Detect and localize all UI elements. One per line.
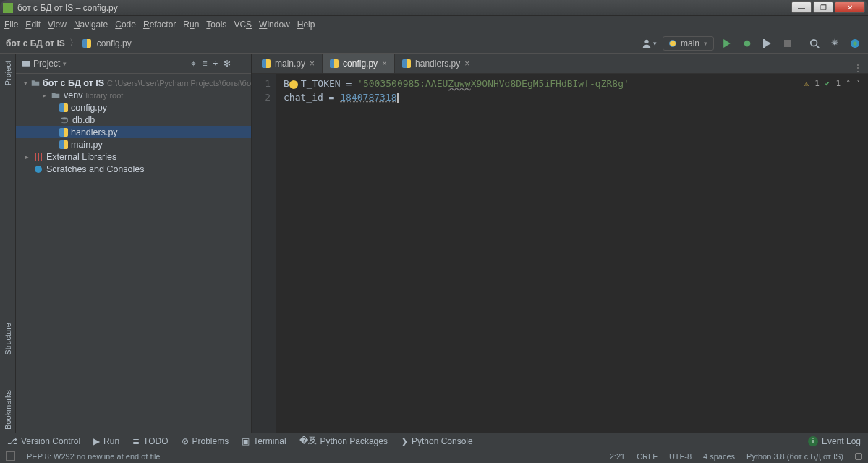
status-bar: PEP 8: W292 no newline at end of file 2:… <box>0 449 868 463</box>
terminal-tab[interactable]: ▣Terminal <box>242 436 286 446</box>
caret <box>397 93 399 103</box>
file-label: main.py <box>71 140 103 150</box>
menu-tools[interactable]: Tools <box>206 20 226 30</box>
package-icon: �及 <box>299 435 317 447</box>
tree-file-config[interactable]: config.py <box>16 101 251 114</box>
window-title: бот с БД от IS – config.py <box>17 3 865 13</box>
menu-help[interactable]: Help <box>297 20 315 30</box>
menu-run[interactable]: Run <box>183 20 199 30</box>
project-toolwindow-tab[interactable]: Project <box>2 58 14 88</box>
tree-file-main[interactable]: main.py <box>16 138 251 150</box>
settings-icon[interactable]: ✻ <box>224 59 231 69</box>
gutter[interactable]: 1 2 <box>252 74 276 433</box>
python-icon <box>669 40 676 47</box>
user-icon <box>642 38 652 48</box>
collapse-all-icon[interactable]: ÷ <box>213 59 218 69</box>
editor-body[interactable]: 1 2 BT_TOKEN = '5003500985:AAEUZuwwX9ONH… <box>252 74 868 433</box>
code-content[interactable]: BT_TOKEN = '5003500985:AAEUZuwwX9ONHVd8D… <box>276 74 868 433</box>
close-icon[interactable]: × <box>310 59 315 69</box>
problems-tab[interactable]: ⊘Problems <box>182 436 229 446</box>
version-control-tab[interactable]: ⎇Version Control <box>7 436 80 446</box>
chevron-down-icon[interactable]: ˅ <box>856 77 861 90</box>
tabs-more-button[interactable]: ⋮ <box>854 63 868 73</box>
toolbox-button[interactable] <box>848 36 862 51</box>
intention-bulb-icon[interactable] <box>289 80 298 89</box>
tab-handlers[interactable]: handlers.py × <box>395 54 477 73</box>
line-separator[interactable]: CRLF <box>637 452 658 461</box>
menu-vcs[interactable]: VCS <box>234 20 252 30</box>
settings-button[interactable] <box>827 36 842 51</box>
menu-view[interactable]: View <box>48 20 67 30</box>
debug-button[interactable] <box>740 36 754 51</box>
menu-navigate[interactable]: Navigate <box>74 20 108 30</box>
locate-icon[interactable]: ⌖ <box>191 59 196 69</box>
expand-all-icon[interactable]: ≡ <box>202 59 207 69</box>
search-everywhere-button[interactable] <box>807 36 822 51</box>
python-file-icon <box>59 140 68 149</box>
tree-file-handlers[interactable]: handlers.py <box>16 126 251 138</box>
python-file-icon <box>82 39 91 48</box>
toolwindows-toggle-button[interactable] <box>6 451 15 461</box>
menu-edit[interactable]: Edit <box>25 20 41 30</box>
breadcrumb-file[interactable]: config.py <box>97 38 132 48</box>
run-button[interactable] <box>720 36 734 51</box>
menu-file[interactable]: File <box>4 20 18 30</box>
event-log-tab[interactable]: iEvent Log <box>808 436 861 446</box>
chevron-right-icon[interactable]: ▸ <box>23 153 30 161</box>
file-label: handlers.py <box>71 127 118 137</box>
tree-external-libraries[interactable]: ▸ External Libraries <box>16 150 251 163</box>
svg-point-1 <box>744 40 751 46</box>
breadcrumb-root[interactable]: бот с БД от IS <box>6 38 65 48</box>
lock-icon[interactable] <box>855 453 862 460</box>
close-icon[interactable]: × <box>464 59 469 69</box>
run-with-coverage-button[interactable] <box>760 36 775 51</box>
warning-icon: ⚠ <box>804 77 809 90</box>
project-view-selector[interactable]: Project ▾ <box>22 59 67 69</box>
breadcrumb[interactable]: бот с БД от IS 〉 config.py <box>6 37 132 49</box>
project-tool-window: Project ▾ ⌖ ≡ ÷ ✻ — ▾ бот с БД от IS C:\… <box>16 54 252 433</box>
inspection-widget[interactable]: ⚠1 ✔1 ˄ ˅ <box>804 77 861 90</box>
chevron-right-icon[interactable]: ▸ <box>41 92 48 99</box>
indent-settings[interactable]: 4 spaces <box>703 452 735 461</box>
run-tab[interactable]: ▶Run <box>93 436 119 446</box>
tab-config[interactable]: config.py × <box>323 54 395 73</box>
menu-refactor[interactable]: Refactor <box>143 20 176 30</box>
tree-venv[interactable]: ▸ venv library root <box>16 89 251 101</box>
python-packages-tab[interactable]: �及Python Packages <box>299 435 388 447</box>
interpreter-selector[interactable]: Python 3.8 (бот с БД от IS) <box>746 452 843 461</box>
tree-root[interactable]: ▾ бот с БД от IS C:\Users\User\PycharmPr… <box>16 77 251 89</box>
tree-scratches[interactable]: Scratches and Consoles <box>16 163 251 175</box>
chevron-right-icon: 〉 <box>69 37 78 49</box>
code-line-2[interactable]: chat_id = 1840787318 <box>284 90 868 104</box>
structure-toolwindow-tab[interactable]: Structure <box>2 320 14 358</box>
bookmarks-toolwindow-tab[interactable]: Bookmarks <box>2 387 14 433</box>
scratch-icon <box>33 164 43 174</box>
project-label: Project <box>33 59 60 69</box>
chevron-up-icon[interactable]: ˄ <box>846 77 851 90</box>
python-console-tab[interactable]: ❯Python Console <box>401 436 473 446</box>
title-bar: бот с БД от IS – config.py — ❐ ✕ <box>0 0 868 16</box>
maximize-button[interactable]: ❐ <box>813 1 833 13</box>
tree-file-db[interactable]: db.db <box>16 114 251 126</box>
close-icon[interactable]: × <box>382 59 387 69</box>
code-line-1[interactable]: BT_TOKEN = '5003500985:AAEUZuwwX9ONHVd8D… <box>284 77 868 90</box>
file-encoding[interactable]: UTF-8 <box>669 452 692 461</box>
todo-tab[interactable]: ≣TODO <box>132 436 168 446</box>
code-with-me-button[interactable]: ▾ <box>642 38 657 48</box>
tab-main[interactable]: main.py × <box>255 54 323 73</box>
chevron-down-icon[interactable]: ▾ <box>23 80 28 87</box>
minimize-button[interactable]: — <box>791 1 812 13</box>
stop-button[interactable] <box>780 36 795 51</box>
navigation-bar: бот с БД от IS 〉 config.py ▾ main ▾ <box>0 33 868 54</box>
project-tree[interactable]: ▾ бот с БД от IS C:\Users\User\PycharmPr… <box>16 74 251 178</box>
hide-icon[interactable]: — <box>237 59 245 69</box>
caret-position[interactable]: 2:21 <box>610 452 625 461</box>
menu-code[interactable]: Code <box>115 20 136 30</box>
root-path: C:\Users\User\PycharmProjects\боты\бо <box>107 79 251 88</box>
menu-window[interactable]: Window <box>259 20 290 30</box>
app-icon <box>3 3 13 13</box>
branch-icon: ⎇ <box>7 436 17 446</box>
svg-point-14 <box>35 166 42 173</box>
run-configuration-selector[interactable]: main ▾ <box>663 36 714 51</box>
close-button[interactable]: ✕ <box>835 1 865 13</box>
